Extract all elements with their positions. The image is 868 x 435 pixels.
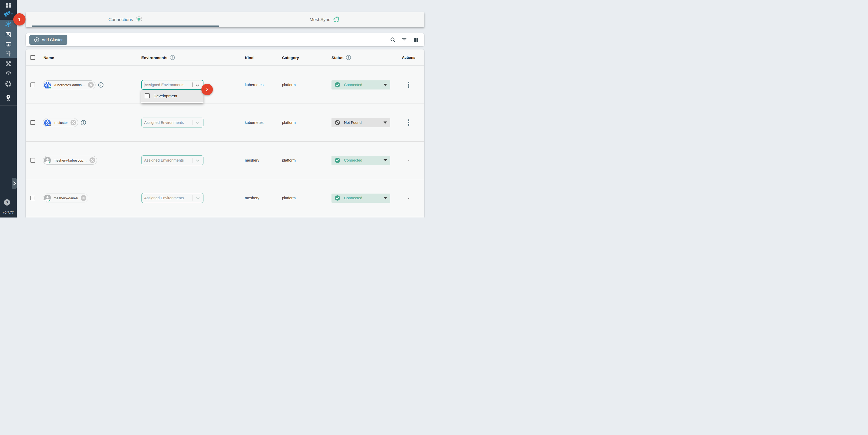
kind-cell: meshery bbox=[245, 196, 259, 200]
chevron-down-icon[interactable] bbox=[195, 195, 200, 202]
dashboard-icon[interactable] bbox=[0, 2, 17, 8]
assigned-environments-select[interactable]: Assigned Environments bbox=[141, 80, 204, 90]
connections-table: Name Environments Kind Category Status A… bbox=[26, 50, 424, 218]
filter-icon[interactable] bbox=[401, 36, 408, 43]
select-divider bbox=[192, 158, 193, 163]
catalog-pin-icon[interactable] bbox=[0, 94, 17, 102]
status-dropdown[interactable]: Connected bbox=[332, 81, 390, 90]
environments-info-icon[interactable] bbox=[169, 55, 175, 60]
row-actions-menu-icon[interactable] bbox=[407, 118, 411, 127]
environments-placeholder: Assigned Environments bbox=[144, 158, 184, 162]
connection-avatar bbox=[44, 82, 51, 89]
status-label: Connected bbox=[344, 158, 362, 162]
environments-placeholder: Assigned Environments bbox=[144, 196, 184, 200]
table-header: Name Environments Kind Category Status A… bbox=[26, 50, 424, 66]
status-label: Connected bbox=[344, 196, 362, 200]
add-cluster-label: Add Cluster bbox=[42, 37, 63, 42]
status-dropdown[interactable]: Connected bbox=[332, 156, 390, 165]
status-dropdown[interactable]: Connected bbox=[332, 193, 390, 203]
column-name[interactable]: Name bbox=[43, 55, 54, 60]
performance-gauge-icon[interactable] bbox=[0, 70, 17, 76]
caret-down-icon bbox=[383, 197, 387, 199]
assigned-environments-select[interactable]: Assigned Environments bbox=[141, 118, 204, 127]
column-environments[interactable]: Environments bbox=[141, 55, 167, 60]
assigned-environments-select[interactable]: Assigned Environments bbox=[141, 193, 204, 203]
environment-option-development[interactable]: Development bbox=[141, 90, 204, 102]
column-category[interactable]: Category bbox=[282, 55, 299, 60]
connection-avatar bbox=[44, 157, 51, 164]
help-label: ? bbox=[6, 200, 8, 205]
remove-connection-icon[interactable] bbox=[70, 120, 76, 125]
kind-cell: kubernetes bbox=[245, 120, 264, 125]
connection-status-dot bbox=[49, 86, 52, 89]
chevron-right-icon bbox=[13, 181, 16, 186]
configuration-tools-icon[interactable] bbox=[0, 61, 17, 67]
category-cell: platform bbox=[282, 158, 296, 162]
row-checkbox[interactable] bbox=[30, 158, 35, 163]
connection-status-dot bbox=[49, 199, 51, 201]
caret-down-icon bbox=[383, 159, 387, 161]
select-divider bbox=[192, 120, 193, 125]
remove-connection-icon[interactable] bbox=[81, 195, 86, 201]
chevron-down-icon[interactable] bbox=[195, 83, 200, 89]
chevron-down-icon[interactable] bbox=[195, 158, 200, 164]
assigned-environments-select[interactable]: Assigned Environments bbox=[141, 155, 204, 165]
kind-cell: meshery bbox=[245, 158, 259, 162]
status-icon bbox=[335, 82, 340, 88]
connection-chip[interactable]: meshery-kubescop… bbox=[43, 156, 97, 165]
tab-meshsync[interactable]: MeshSync bbox=[225, 12, 424, 27]
sidebar-expand-button[interactable] bbox=[12, 178, 17, 189]
search-icon[interactable] bbox=[390, 36, 396, 43]
environments-dropdown-menu: Development bbox=[141, 90, 204, 103]
remove-connection-icon[interactable] bbox=[90, 157, 95, 163]
connection-info-icon[interactable] bbox=[98, 82, 104, 88]
sync-circle-icon bbox=[333, 16, 340, 24]
tab-connections[interactable]: Connections bbox=[26, 12, 225, 27]
workspaces-screen-person-icon[interactable] bbox=[0, 41, 17, 48]
connection-chip[interactable]: in-cluster bbox=[43, 118, 78, 127]
table-body: kubernetes-admin… Assigned Environments bbox=[26, 66, 424, 217]
text-cursor bbox=[144, 83, 145, 87]
column-status[interactable]: Status bbox=[332, 55, 343, 60]
connection-name: in-cluster bbox=[54, 121, 68, 125]
annotation-step-2-badge: 2 bbox=[202, 84, 213, 95]
row-actions-empty: - bbox=[408, 196, 409, 200]
chevron-down-icon[interactable] bbox=[195, 120, 200, 127]
kind-cell: kubernetes bbox=[245, 83, 264, 87]
status-info-icon[interactable] bbox=[345, 55, 351, 60]
caret-down-icon bbox=[383, 84, 387, 86]
service-mesh-branch-icon[interactable] bbox=[0, 50, 17, 57]
select-all-checkbox[interactable] bbox=[30, 55, 35, 60]
status-label: Connected bbox=[344, 83, 362, 87]
connection-avatar bbox=[44, 119, 51, 126]
annotation-step-1-badge: 1 bbox=[13, 13, 26, 26]
mesh-network-icon bbox=[135, 16, 142, 24]
connection-chip[interactable]: kubernetes-admin… bbox=[43, 81, 95, 89]
environments-placeholder: Assigned Environments bbox=[144, 120, 184, 125]
environment-option-checkbox[interactable] bbox=[145, 93, 150, 98]
help-button[interactable]: ? bbox=[4, 199, 10, 206]
table-row: meshery-kubescop… Assigned Environments … bbox=[26, 142, 424, 179]
row-checkbox[interactable] bbox=[30, 196, 35, 200]
sidebar: ? v0.7.77 bbox=[0, 0, 17, 218]
status-dropdown[interactable]: Not Found bbox=[332, 118, 390, 127]
row-actions-menu-icon[interactable] bbox=[407, 81, 411, 89]
table-row: meshery-dain-6 Assigned Environments mes… bbox=[26, 179, 424, 217]
row-checkbox[interactable] bbox=[30, 83, 35, 87]
status-icon bbox=[335, 195, 340, 201]
view-columns-icon[interactable] bbox=[412, 36, 419, 43]
connection-chip[interactable]: meshery-dain-6 bbox=[43, 193, 88, 203]
app-version: v0.7.77 bbox=[0, 211, 17, 214]
remove-connection-icon[interactable] bbox=[88, 82, 94, 88]
add-cluster-button[interactable]: Add Cluster bbox=[29, 35, 67, 45]
status-icon bbox=[335, 157, 340, 163]
connection-info-icon[interactable] bbox=[81, 120, 86, 126]
column-kind[interactable]: Kind bbox=[245, 55, 253, 60]
category-cell: platform bbox=[282, 83, 296, 87]
status-label: Not Found bbox=[344, 120, 362, 125]
tab-connections-label: Connections bbox=[108, 17, 133, 22]
row-checkbox[interactable] bbox=[30, 120, 35, 125]
extensions-ring-icon[interactable] bbox=[0, 81, 17, 87]
adapters-code-icon[interactable] bbox=[0, 31, 17, 38]
column-actions: Actions bbox=[402, 55, 415, 60]
